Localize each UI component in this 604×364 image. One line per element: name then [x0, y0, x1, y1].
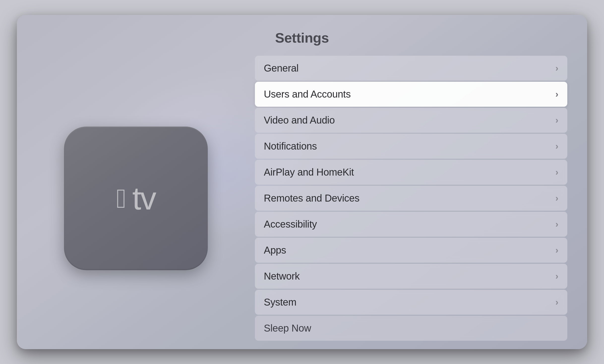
chevron-icon-airplay: › [555, 168, 558, 177]
settings-item-users-label: Users and Accounts [264, 89, 351, 100]
settings-item-system-label: System [264, 297, 297, 308]
app-window: Settings  tv General › Users and Accoun… [17, 15, 587, 349]
settings-item-notifications[interactable]: Notifications › [255, 134, 567, 159]
chevron-icon-network: › [555, 272, 558, 281]
settings-item-accessibility[interactable]: Accessibility › [255, 212, 567, 237]
settings-item-remotes-label: Remotes and Devices [264, 193, 360, 204]
settings-item-video-label: Video and Audio [264, 115, 335, 126]
settings-item-users-and-accounts[interactable]: Users and Accounts › [255, 82, 567, 107]
settings-section: General › Users and Accounts › Video and… [255, 56, 567, 341]
settings-item-apps-label: Apps [264, 245, 286, 256]
settings-item-accessibility-label: Accessibility [264, 219, 317, 230]
settings-list: General › Users and Accounts › Video and… [255, 56, 567, 341]
chevron-icon-system: › [555, 298, 558, 307]
settings-item-system[interactable]: System › [255, 290, 567, 315]
apple-tv-content:  tv [116, 180, 155, 217]
page-title: Settings [17, 30, 587, 46]
chevron-icon-notifications: › [555, 142, 558, 151]
chevron-icon-video: › [555, 116, 558, 125]
title-bar: Settings [17, 15, 587, 56]
settings-item-remotes[interactable]: Remotes and Devices › [255, 186, 567, 211]
content-area:  tv General › Users and Accounts › Vide… [17, 56, 587, 349]
apple-logo-icon:  [116, 185, 126, 212]
settings-item-video-and-audio[interactable]: Video and Audio › [255, 108, 567, 133]
settings-item-notifications-label: Notifications [264, 141, 317, 152]
chevron-icon-remotes: › [555, 194, 558, 203]
chevron-icon-accessibility: › [555, 220, 558, 229]
device-section:  tv [37, 127, 235, 270]
settings-item-sleep-label: Sleep Now [264, 323, 311, 334]
settings-item-airplay-label: AirPlay and HomeKit [264, 167, 354, 178]
settings-item-general[interactable]: General › [255, 56, 567, 81]
settings-item-apps[interactable]: Apps › [255, 238, 567, 263]
settings-item-network[interactable]: Network › [255, 264, 567, 289]
chevron-icon-apps: › [555, 246, 558, 255]
chevron-icon-general: › [555, 64, 558, 73]
apple-tv-device:  tv [64, 127, 208, 270]
settings-item-general-label: General [264, 63, 299, 74]
tv-label: tv [132, 180, 155, 217]
settings-item-airplay[interactable]: AirPlay and HomeKit › [255, 160, 567, 185]
settings-item-sleep-now[interactable]: Sleep Now [255, 316, 567, 341]
settings-item-network-label: Network [264, 271, 300, 282]
chevron-icon-users: › [555, 90, 558, 99]
